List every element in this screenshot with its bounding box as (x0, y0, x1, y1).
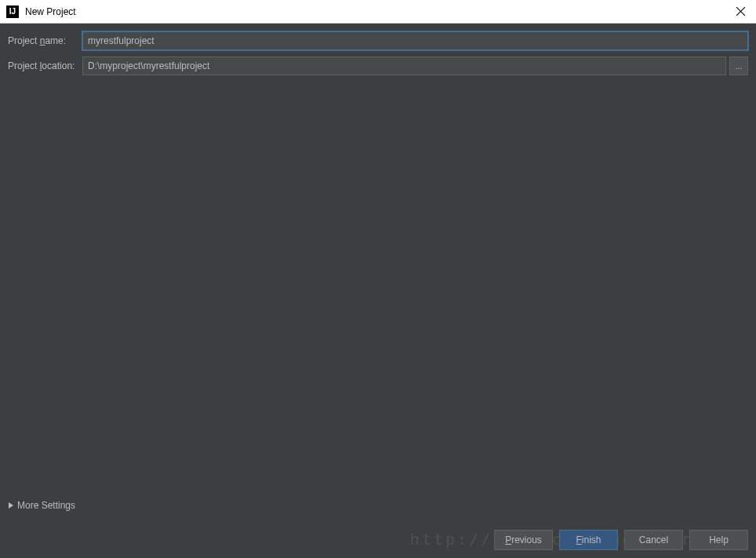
more-settings-label: More Settings (17, 500, 75, 511)
more-settings-toggle[interactable]: More Settings (8, 500, 75, 511)
window-title: New Project (25, 6, 731, 17)
cancel-button[interactable]: Cancel (624, 530, 683, 550)
close-button[interactable] (731, 2, 750, 21)
dialog-content: Project name: Project location: ... (0, 24, 756, 89)
project-location-row: Project location: ... (8, 57, 748, 75)
chevron-right-icon (8, 502, 14, 509)
project-location-label: Project location: (8, 60, 82, 71)
titlebar: IJ New Project (0, 0, 756, 24)
help-button[interactable]: Help (689, 530, 748, 550)
browse-button[interactable]: ... (729, 57, 748, 75)
finish-button[interactable]: Finish (559, 530, 618, 550)
app-icon: IJ (6, 5, 19, 18)
project-name-label: Project name: (8, 35, 82, 46)
previous-button[interactable]: Previous (494, 530, 553, 550)
project-name-input[interactable] (82, 31, 748, 50)
button-bar: Previous Finish Cancel Help (494, 530, 748, 550)
project-location-input[interactable] (82, 57, 726, 75)
close-icon (736, 7, 745, 16)
project-name-row: Project name: (8, 31, 748, 50)
svg-marker-2 (9, 502, 13, 509)
